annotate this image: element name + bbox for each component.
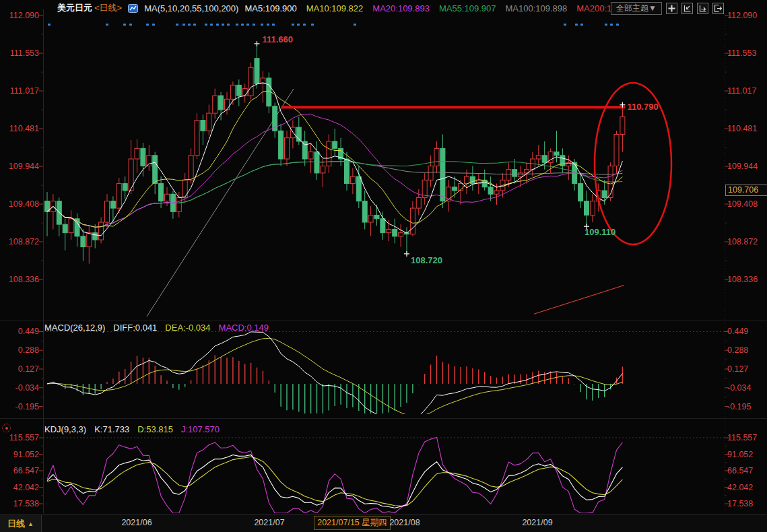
date-label: 2021/08 (389, 518, 420, 527)
ma-value-4: MA100:109.898 (505, 3, 567, 13)
ma-config-label: MA(5,10,20,55,100,200) (144, 3, 238, 13)
axis-label-left: 109.408 (0, 199, 39, 209)
axis-label-left: 112.090 (0, 11, 39, 20)
exit-chart-button[interactable] (712, 3, 724, 14)
price-annotation: 108.720 (411, 255, 442, 265)
axis-label-left: 115.557 (0, 433, 39, 442)
axis-label-left: 42.042 (0, 483, 39, 492)
axis-label-left: -0.195 (0, 402, 39, 411)
axis-label-left: 0.127 (0, 364, 39, 374)
axis-label-left: 66.547 (0, 466, 39, 475)
axis-label-right: 115.557 (727, 433, 757, 442)
chart-plot-area[interactable] (0, 0, 767, 532)
axis-label-right: 110.481 (727, 124, 757, 133)
crosshair-date-label: 2021/07/15 星期四 (314, 516, 391, 530)
axis-label-left: 111.017 (0, 86, 39, 96)
price-annotation: 109.110 (585, 227, 615, 237)
period-selector[interactable]: 日线 ▲ (0, 514, 42, 532)
axis-label-left: 108.872 (0, 237, 39, 246)
axis-label-right: 112.090 (727, 11, 757, 20)
macd-title: MACD(26,12,9) (44, 323, 105, 333)
axis-label-right: 109.944 (727, 162, 758, 171)
kdj-title: KDJ(9,3,3) (44, 424, 86, 434)
axis-label-right: 0.449 (727, 327, 748, 336)
axis-label-left: 17.538 (0, 499, 39, 508)
axis-label-left: 0.449 (0, 327, 39, 336)
macd-dea-value: DEA:-0.034 (165, 323, 210, 333)
axis-label-right: 0.288 (727, 345, 748, 355)
axis-label-left: -0.034 (0, 383, 39, 393)
symbol-name: 美元日元 (57, 2, 92, 14)
axis-label-right: 111.017 (727, 86, 756, 96)
axis-label-left: 0.288 (0, 345, 39, 355)
crosshair-price-label: 109.706 (725, 185, 767, 196)
axis-label-right: 111.553 (727, 48, 756, 58)
date-label: 2021/07 (254, 518, 284, 527)
ma-values: MA5:109.900MA10:109.822MA20:109.893MA55:… (244, 3, 638, 13)
kdj-panel-header: KDJ(9,3,3) K:71.733 D:53.815 J:107.570 (44, 424, 220, 434)
ma-value-0: MA5:109.900 (244, 3, 296, 13)
chevron-up-icon: ▲ (28, 521, 34, 527)
date-label: 2021/06 (121, 518, 152, 527)
chart-canvas (0, 0, 767, 532)
axis-label-left: 110.481 (0, 124, 39, 133)
date-label: 2021/09 (522, 518, 552, 527)
axis-label-right: 108.872 (727, 237, 758, 246)
axis-label-right: 17.538 (727, 499, 753, 508)
zoom-out-period-icon (683, 5, 691, 12)
axis-label-right: -0.195 (727, 402, 751, 411)
axis-label-left: 91.052 (0, 450, 39, 459)
macd-panel-header: MACD(26,12,9) DIFF:0.041 DEA:-0.034 MACD… (44, 323, 269, 333)
zoom-in-period-icon (699, 5, 706, 12)
axis-label-right: -0.034 (727, 383, 751, 393)
ma-value-3: MA55:109.907 (439, 3, 496, 13)
kdj-j-value: J:107.570 (181, 424, 220, 434)
axis-label-right: 109.408 (727, 199, 758, 209)
indicator-marker-icon[interactable] (2, 424, 11, 432)
zoom-out-period-button[interactable] (681, 3, 693, 14)
axis-label-right: 91.052 (727, 450, 753, 459)
theme-dropdown-button[interactable]: 全部主题▼ (611, 2, 662, 15)
axis-label-left: 109.944 (0, 162, 39, 171)
axis-label-right: 0.127 (727, 364, 748, 374)
ma-value-2: MA20:109.893 (372, 3, 430, 13)
macd-macd-value: MACD:0.149 (219, 323, 269, 333)
axis-label-right: 42.042 (727, 483, 753, 492)
macd-diff-value: DIFF:0.041 (113, 323, 157, 333)
line-chart-icon[interactable] (128, 3, 138, 13)
chart-window: 美元日元 <日线> MA(5,10,20,55,100,200) MA5:109… (0, 0, 767, 532)
axis-label-left: 108.336 (0, 275, 39, 284)
kdj-d-value: D:53.815 (137, 424, 173, 434)
pan-icon (668, 5, 675, 12)
exit-icon (714, 5, 722, 12)
period-label: 日线 (7, 518, 25, 530)
zoom-in-period-button[interactable] (697, 3, 708, 14)
price-annotation: 111.660 (263, 34, 294, 44)
kdj-k-value: K:71.733 (94, 424, 129, 434)
price-annotation: 110.790 (627, 102, 658, 112)
axis-label-right: 66.547 (727, 466, 753, 475)
axis-label-left: 111.553 (0, 48, 39, 58)
axis-label-right: 108.336 (727, 275, 758, 284)
ma-value-1: MA10:109.822 (306, 3, 364, 13)
period-tag: <日线> (94, 2, 122, 14)
pan-tool-button[interactable] (666, 3, 677, 14)
header-controls: 全部主题▼ (611, 2, 724, 15)
